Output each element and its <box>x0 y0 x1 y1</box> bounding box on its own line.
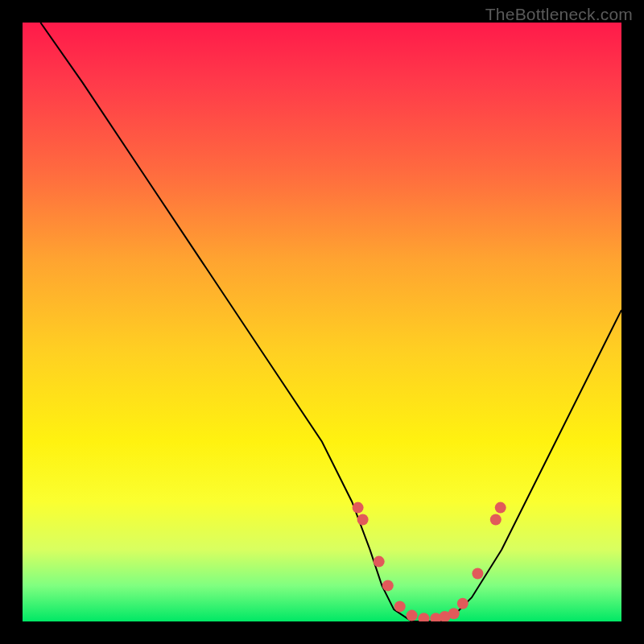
data-point <box>382 580 394 591</box>
data-point <box>394 601 406 612</box>
chart-area <box>23 23 621 621</box>
data-point <box>457 598 469 609</box>
data-point <box>419 613 430 621</box>
data-point <box>490 514 502 526</box>
bottleneck-curve <box>40 23 621 621</box>
data-point <box>495 502 506 514</box>
data-point <box>353 502 364 514</box>
watermark-text: TheBottleneck.com <box>485 5 633 24</box>
chart-svg <box>23 23 621 621</box>
data-point <box>448 608 460 619</box>
data-point <box>374 556 385 568</box>
data-point <box>472 568 483 580</box>
data-point <box>357 514 369 526</box>
data-point <box>407 610 418 621</box>
